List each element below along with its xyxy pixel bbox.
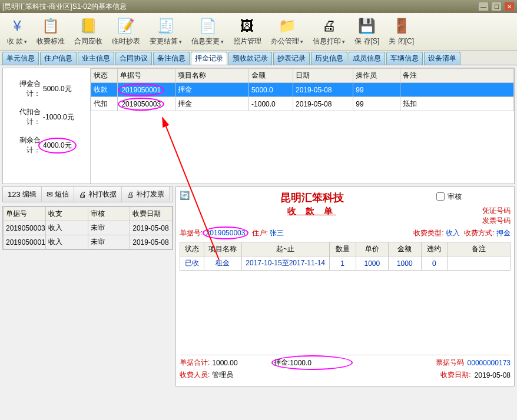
- table-cell: 1000: [356, 256, 388, 271]
- deposit-total-label: 押金合计：: [8, 79, 41, 99]
- toolbar-7[interactable]: 📁办公管理: [269, 15, 306, 48]
- deposit-records-grid: 状态单据号项目名称金额日期操作员备注收款2019050001押金5000.020…: [90, 68, 514, 184]
- receipt-subtitle: 收 款 单: [190, 206, 434, 217]
- toolbar-8[interactable]: 🖨信息打印: [310, 15, 347, 48]
- toolbar-label: 合同应收: [74, 36, 102, 46]
- column-header[interactable]: 单据号: [4, 207, 46, 221]
- toolbar-10[interactable]: 🚪关 闭[C]: [386, 15, 416, 48]
- table-cell: 2019-05-08: [130, 221, 173, 235]
- action-2[interactable]: 🖨补打收据: [74, 187, 122, 202]
- deduct-total-value: -1000.0元: [41, 112, 77, 123]
- toolbar-4[interactable]: 🧾变更结算: [147, 15, 184, 48]
- column-header[interactable]: 收费日期: [130, 207, 173, 221]
- toolbar-0[interactable]: ¥收 款: [5, 15, 29, 48]
- column-header[interactable]: 起~止: [241, 242, 329, 256]
- window-title: [昆明汇笨科技-商业区]S1-02的基本信息: [2, 2, 127, 12]
- action-1[interactable]: ✉短信: [42, 187, 74, 202]
- tab-5[interactable]: 押金记录: [191, 52, 227, 65]
- toolbar-label: 信息变更: [191, 36, 224, 46]
- column-header[interactable]: 金额: [389, 242, 421, 256]
- table-cell: 99: [353, 83, 400, 97]
- tab-10[interactable]: 车辆信息: [386, 52, 423, 65]
- table-cell: -1000.0: [249, 97, 293, 111]
- toolbar-1[interactable]: 📋收费标准: [34, 15, 67, 48]
- column-header[interactable]: 金额: [249, 69, 293, 83]
- table-cell: 押金: [175, 97, 249, 111]
- toolbar-label: 临时抄表: [112, 36, 140, 46]
- column-header[interactable]: 日期: [293, 69, 353, 83]
- toolbar-label: 变更结算: [150, 36, 182, 46]
- lower-container: 123编辑✉短信🖨补打收据🖨补打发票 单据号收支审核收费日期2019050003…: [2, 186, 515, 386]
- table-cell: 0: [421, 256, 448, 271]
- toolbar-label: 信息打印: [313, 36, 345, 46]
- column-header[interactable]: 状态: [180, 242, 204, 256]
- tab-6[interactable]: 预收款记录: [228, 52, 272, 65]
- column-header[interactable]: 操作员: [353, 69, 400, 83]
- action-3[interactable]: 🖨补打发票: [122, 187, 170, 202]
- table-row[interactable]: 已收租金2017-10-15至2017-11-141100010000: [180, 256, 511, 271]
- close-button[interactable]: ✕: [504, 2, 515, 11]
- column-header[interactable]: 单价: [356, 242, 388, 256]
- tab-3[interactable]: 合同协议: [115, 52, 152, 65]
- column-header[interactable]: 单据号: [118, 69, 175, 83]
- document-list-grid: 单据号收支审核收费日期2019050003收入未审2019-05-0820190…: [2, 206, 173, 250]
- table-cell: [400, 83, 513, 97]
- voucher-label: 凭证号码: [434, 206, 511, 216]
- action-icon: 123: [8, 190, 21, 199]
- fee-date-value: 2019-05-08: [475, 371, 511, 379]
- table-cell: 2019-05-08: [293, 97, 353, 111]
- column-header[interactable]: 状态: [91, 69, 118, 83]
- column-header[interactable]: 备注: [448, 242, 511, 256]
- minimize-button[interactable]: —: [478, 2, 489, 11]
- table-row[interactable]: 收款2019050001押金5000.02019-05-0899: [91, 83, 514, 97]
- toolbar-2[interactable]: 📒合同应收: [72, 15, 105, 48]
- toolbar-6[interactable]: 🖼照片管理: [231, 15, 264, 48]
- toolbar-icon: 🚪: [392, 16, 411, 35]
- receipt-items-grid: 状态项目名称起~止数量单价金额违约备注已收租金2017-10-15至2017-1…: [180, 242, 511, 271]
- tab-1[interactable]: 住户信息: [40, 52, 77, 65]
- tab-9[interactable]: 成员信息: [349, 52, 385, 65]
- feetype-value: 收入: [446, 229, 460, 237]
- title-bar: [昆明汇笨科技-商业区]S1-02的基本信息 — ☐ ✕: [0, 0, 517, 13]
- column-header[interactable]: 项目名称: [175, 69, 249, 83]
- left-panel: 123编辑✉短信🖨补打收据🖨补打发票 单据号收支审核收费日期2019050003…: [2, 186, 173, 386]
- tab-0[interactable]: 单元信息: [2, 52, 39, 65]
- tab-8[interactable]: 历史信息: [311, 52, 347, 65]
- doc-no-label: 单据号:: [180, 229, 203, 237]
- toolbar-icon: 🧾: [157, 16, 175, 35]
- tab-4[interactable]: 备注信息: [153, 52, 190, 65]
- deduct-total-label: 代扣合计：: [8, 107, 41, 127]
- toolbar-9[interactable]: 💾保 存[S]: [352, 15, 382, 48]
- invoice-no-value: 00000000173: [468, 359, 511, 367]
- refresh-icon[interactable]: 🔄: [180, 191, 190, 200]
- table-cell: 2019-05-08: [130, 235, 173, 249]
- toolbar-label: 办公管理: [271, 36, 303, 46]
- table-row[interactable]: 2019050003收入未审2019-05-08: [4, 221, 173, 235]
- toolbar-icon: 📄: [198, 16, 217, 35]
- toolbar-label: 保 存[S]: [354, 36, 379, 46]
- action-0[interactable]: 123编辑: [3, 187, 42, 202]
- column-header[interactable]: 数量: [329, 242, 356, 256]
- column-header[interactable]: 项目名称: [204, 242, 241, 256]
- toolbar-label: 收费标准: [37, 36, 65, 46]
- tab-7[interactable]: 抄表记录: [273, 52, 310, 65]
- audit-checkbox[interactable]: [436, 192, 445, 201]
- column-header[interactable]: 违约: [421, 242, 448, 256]
- toolbar-icon: 📝: [117, 16, 135, 35]
- table-row[interactable]: 2019050001收入未审2019-05-08: [4, 235, 173, 249]
- clerk-value: 管理员: [212, 370, 233, 380]
- column-header[interactable]: 收支: [45, 207, 88, 221]
- maximize-button[interactable]: ☐: [491, 2, 502, 11]
- column-header[interactable]: 审核: [88, 207, 130, 221]
- table-cell: 收入: [45, 221, 88, 235]
- receipt-company: 昆明汇笨科技: [190, 191, 434, 205]
- toolbar-3[interactable]: 📝临时抄表: [110, 15, 142, 48]
- column-header[interactable]: 备注: [400, 69, 513, 83]
- feetype-label: 收费类型:: [413, 229, 443, 237]
- table-row[interactable]: 代扣2019050003押金-1000.02019-05-0899抵扣: [91, 97, 514, 111]
- toolbar-icon: 📒: [79, 16, 98, 35]
- toolbar-5[interactable]: 📄信息变更: [189, 15, 226, 48]
- tab-2[interactable]: 业主信息: [78, 52, 114, 65]
- tab-11[interactable]: 设备清单: [424, 52, 460, 65]
- table-cell: [448, 256, 511, 271]
